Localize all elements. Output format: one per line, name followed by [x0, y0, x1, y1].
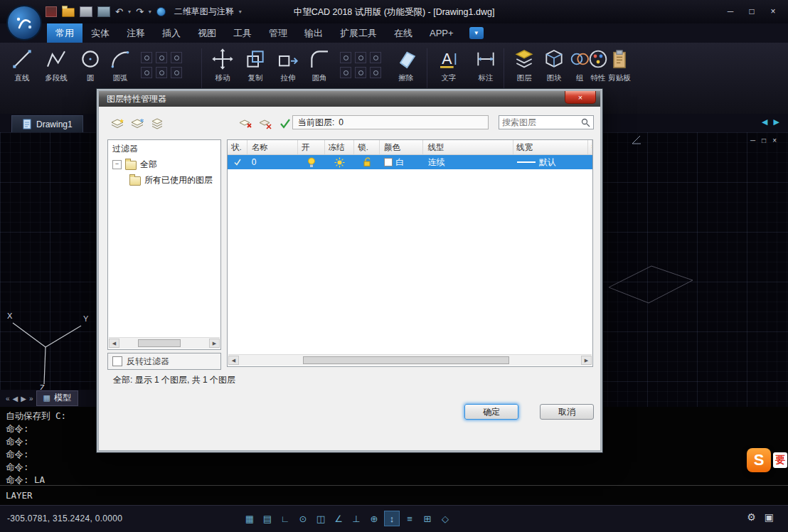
lineweight-toggle-icon[interactable]: ≡ — [402, 511, 417, 526]
workspace-caret-icon[interactable]: ▾ — [239, 9, 242, 15]
quickview-toggle-icon[interactable]: ⊞ — [420, 511, 435, 526]
column-header-lock[interactable]: 锁. — [354, 140, 380, 154]
column-header-linetype[interactable]: 线型 — [423, 140, 513, 154]
draw-extra-tool-icon[interactable] — [141, 52, 152, 63]
tab-tools[interactable]: 工具 — [225, 23, 260, 43]
clipboard-tool[interactable]: 剪贴板 — [603, 46, 636, 83]
circle-tool[interactable]: 圆 — [74, 46, 107, 83]
polyline-tool[interactable]: 多段线 — [40, 46, 73, 83]
modify-extra-tool-icon[interactable] — [340, 67, 351, 78]
ortho-toggle-icon[interactable]: ∟ — [277, 511, 293, 526]
draw-extra-tool-icon[interactable] — [171, 67, 182, 78]
tab-insert[interactable]: 插入 — [154, 23, 189, 43]
scrollbar-thumb[interactable] — [138, 339, 181, 347]
layer-table-hscrollbar[interactable]: ◀ ▶ — [228, 354, 592, 366]
invert-filter-checkbox[interactable] — [112, 356, 122, 366]
draw-extra-tool-icon[interactable] — [156, 52, 167, 63]
close-button[interactable]: × — [764, 4, 782, 18]
scrollbar-thumb[interactable] — [303, 356, 509, 364]
filter-tree-hscrollbar[interactable]: ◀ ▶ — [109, 337, 220, 349]
scroll-left-icon[interactable]: ◀ — [228, 356, 239, 365]
annotation-toggle-icon[interactable]: ⊕ — [366, 511, 382, 526]
dyn-toggle-icon[interactable]: ↕ — [384, 511, 400, 526]
tab-output[interactable]: 输出 — [296, 23, 331, 43]
search-icon[interactable] — [581, 118, 590, 127]
zwcad-logo-icon[interactable] — [6, 5, 42, 41]
drawing-restore-icon[interactable]: □ — [762, 137, 766, 144]
tab-online[interactable]: 在线 — [385, 23, 421, 43]
tab-view[interactable]: 视图 — [189, 23, 225, 43]
maximize-button[interactable]: □ — [742, 4, 761, 18]
modify-extra-tool-icon[interactable] — [370, 52, 381, 63]
scroll-left-icon[interactable]: ◀ — [109, 339, 119, 348]
dimension-tool[interactable]: 标注 — [469, 46, 502, 83]
stretch-tool[interactable]: 拉伸 — [272, 46, 304, 83]
command-input-line[interactable]: LAYER — [0, 485, 788, 506]
column-header-freeze[interactable]: 冻结 — [325, 140, 355, 154]
layer-lineweight-cell[interactable]: 默认 — [514, 156, 589, 169]
tab-annotate[interactable]: 注释 — [118, 23, 154, 43]
layer-row-0[interactable]: 0 白 连续 — [228, 155, 592, 169]
doc-tab-next-icon[interactable]: ▶ — [774, 117, 779, 127]
layout-first-icon[interactable]: « — [6, 395, 10, 403]
promo-bubble[interactable]: 要 — [773, 452, 787, 468]
layer-color-swatch[interactable] — [384, 158, 393, 166]
filter-tree-item-all[interactable]: − 全部 — [112, 159, 157, 171]
drawing-minimize-icon[interactable]: ─ — [750, 137, 755, 144]
new-layer-button[interactable] — [107, 115, 127, 132]
tab-express-tools[interactable]: 扩展工具 — [331, 23, 385, 43]
layer-states-button[interactable] — [147, 115, 167, 132]
line-tool[interactable]: 直线 — [6, 46, 38, 83]
isodraft-toggle-icon[interactable]: ◇ — [437, 511, 453, 526]
polar-toggle-icon[interactable]: ⊙ — [295, 511, 311, 526]
workspace-switcher[interactable]: 二维草图与注释 — [174, 6, 234, 18]
layer-unlock-icon[interactable] — [363, 157, 372, 167]
doc-tab-prev-icon[interactable]: ◀ — [762, 117, 767, 127]
column-header-name[interactable]: 名称 — [247, 140, 298, 154]
scroll-right-icon[interactable]: ▶ — [209, 339, 220, 348]
layout-prev-icon[interactable]: ◀ — [13, 395, 18, 403]
promo-badge-icon[interactable]: S — [747, 448, 771, 472]
monitor-icon[interactable]: ▣ — [765, 511, 774, 523]
modify-extra-tool-icon[interactable] — [355, 67, 366, 78]
column-header-print[interactable]: 打印 — [588, 140, 592, 154]
delete-layer-button[interactable] — [235, 115, 255, 132]
drawing-close-icon[interactable]: × — [772, 137, 777, 144]
fillet-tool[interactable]: 圆角 — [303, 46, 336, 83]
tree-expander-icon[interactable]: − — [112, 160, 122, 169]
tab-solid[interactable]: 实体 — [82, 23, 118, 43]
tab-home[interactable]: 常用 — [47, 23, 82, 43]
layer-search-input[interactable] — [499, 117, 581, 127]
tab-manage[interactable]: 管理 — [260, 23, 296, 43]
dialog-titlebar[interactable]: 图层特性管理器 — [99, 91, 600, 107]
print-icon[interactable] — [80, 6, 92, 17]
osnap-toggle-icon[interactable]: ◫ — [313, 511, 329, 526]
redo-caret-icon[interactable]: ▾ — [149, 9, 151, 15]
layers-tool[interactable]: 图层 — [508, 46, 541, 83]
text-tool[interactable]: A 文字 — [432, 46, 465, 83]
column-header-on[interactable]: 开 — [298, 140, 325, 154]
plot-icon[interactable] — [97, 6, 110, 17]
ok-button[interactable]: 确定 — [464, 404, 518, 420]
move-tool[interactable]: 移动 — [206, 46, 239, 83]
column-header-color[interactable]: 颜色 — [380, 140, 423, 154]
snap-toggle-icon[interactable]: ▤ — [260, 511, 275, 526]
modify-extra-tool-icon[interactable] — [340, 52, 351, 63]
layer-linetype-cell[interactable]: 连续 — [424, 156, 514, 169]
model-tab[interactable]: ▦ 模型 — [36, 390, 78, 406]
draw-extra-tool-icon[interactable] — [156, 67, 167, 78]
tab-app-plus[interactable]: APP+ — [421, 23, 462, 43]
layout-next-icon[interactable]: ▶ — [21, 395, 26, 403]
column-header-status[interactable]: 状. — [228, 140, 247, 154]
otrack-toggle-icon[interactable]: ∠ — [331, 511, 346, 526]
modify-extra-tool-icon[interactable] — [355, 52, 366, 63]
scroll-right-icon[interactable]: ▶ — [581, 356, 592, 365]
modify-extra-tool-icon[interactable] — [370, 67, 381, 78]
minimize-button[interactable]: ─ — [721, 4, 740, 18]
column-header-lineweight[interactable]: 线宽 — [513, 140, 588, 154]
layout-last-icon[interactable]: » — [29, 395, 33, 403]
open-icon[interactable] — [62, 8, 75, 17]
ucs-toggle-icon[interactable]: ⊥ — [348, 511, 364, 526]
document-tab-drawing1[interactable]: Drawing1 — [11, 115, 83, 132]
undo-icon[interactable]: ↶ — [115, 7, 123, 16]
